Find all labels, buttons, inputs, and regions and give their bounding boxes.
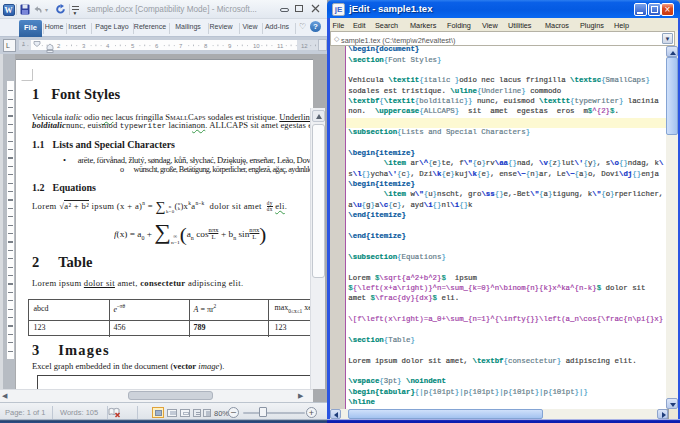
svg-text:9: 9 <box>228 43 232 49</box>
svg-text:10: 10 <box>253 43 260 49</box>
svg-text:11: 11 <box>277 43 284 49</box>
svg-text:7: 7 <box>179 43 183 49</box>
svg-text:3: 3 <box>82 43 86 49</box>
svg-text:4: 4 <box>106 43 110 49</box>
svg-text:12: 12 <box>301 43 308 49</box>
svg-text:8: 8 <box>204 43 208 49</box>
svg-text:5: 5 <box>131 43 135 49</box>
svg-text:6: 6 <box>155 43 159 49</box>
